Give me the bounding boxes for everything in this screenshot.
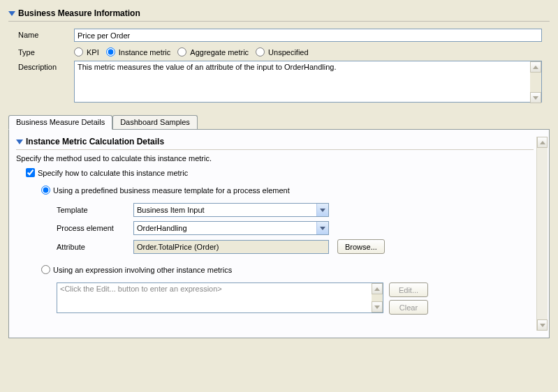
attribute-value: Order.TotalPrice (Order)	[133, 240, 329, 254]
scroll-up-icon[interactable]	[537, 137, 548, 148]
type-radio-unspecified[interactable]: Unspecified	[256, 47, 308, 56]
disclosure-icon[interactable]	[16, 140, 23, 144]
type-radio-instance[interactable]: Instance metric	[106, 47, 171, 56]
template-combo-value: Business Item Input	[134, 206, 316, 214]
scroll-down-icon[interactable]	[537, 319, 548, 331]
scroll-up-icon[interactable]	[530, 61, 541, 73]
tab-details[interactable]: Business Measure Details	[8, 115, 112, 130]
browse-button[interactable]: Browse...	[337, 239, 385, 254]
description-label: Description	[18, 61, 74, 71]
type-radio-instance-label: Instance metric	[119, 48, 171, 56]
template-combo[interactable]: Business Item Input	[133, 203, 329, 217]
process-combo[interactable]: OrderHandling	[133, 221, 329, 235]
scroll-down-icon[interactable]	[530, 92, 541, 103]
type-radio-aggregate[interactable]: Aggregate metric	[177, 47, 249, 56]
type-label: Type	[18, 46, 74, 56]
name-input[interactable]	[74, 29, 542, 42]
chevron-down-icon[interactable]	[316, 222, 328, 234]
specify-checkbox-label: Specify how to calculate this instance m…	[38, 169, 188, 177]
section-title: Business Measure Information	[18, 8, 140, 18]
template-label: Template	[57, 206, 133, 214]
radio-expression[interactable]: Using an expression involving other inst…	[41, 265, 232, 274]
calc-instruction: Specify the method used to calculate thi…	[16, 154, 534, 163]
tab-details-label: Business Measure Details	[16, 118, 105, 126]
scroll-up-icon[interactable]	[372, 283, 383, 294]
expression-placeholder: <Click the Edit... button to enter an ex…	[60, 285, 222, 293]
tab-dashboard[interactable]: Dashboard Samples	[112, 115, 198, 129]
description-input[interactable]	[74, 61, 542, 103]
radio-template[interactable]: Using a predefined business measure temp…	[41, 186, 290, 195]
type-radio-aggregate-label: Aggregate metric	[190, 48, 249, 56]
tab-dashboard-label: Dashboard Samples	[120, 118, 190, 126]
radio-template-label: Using a predefined business measure temp…	[53, 186, 290, 195]
panel-scrollbar[interactable]	[536, 137, 548, 331]
radio-expression-label: Using an expression involving other inst…	[53, 266, 232, 274]
expression-input[interactable]: <Click the Edit... button to enter an ex…	[57, 282, 383, 313]
attribute-label: Attribute	[57, 243, 133, 251]
name-label: Name	[18, 29, 74, 39]
edit-button[interactable]: Edit...	[389, 282, 428, 297]
expression-scrollbar[interactable]	[372, 283, 383, 312]
scroll-down-icon[interactable]	[372, 301, 383, 312]
clear-button[interactable]: Clear	[389, 300, 428, 315]
type-radio-kpi-label: KPI	[87, 48, 99, 56]
description-scrollbar[interactable]	[530, 61, 541, 103]
chevron-down-icon[interactable]	[316, 204, 328, 216]
specify-checkbox[interactable]: Specify how to calculate this instance m…	[26, 168, 188, 177]
divider	[8, 21, 550, 22]
type-radio-kpi[interactable]: KPI	[74, 47, 99, 56]
disclosure-icon[interactable]	[8, 11, 15, 16]
type-radio-unspecified-label: Unspecified	[268, 48, 308, 56]
process-label: Process element	[57, 224, 133, 232]
divider	[16, 149, 534, 150]
process-combo-value: OrderHandling	[134, 224, 316, 232]
calc-section-title: Instance Metric Calculation Details	[26, 137, 164, 146]
